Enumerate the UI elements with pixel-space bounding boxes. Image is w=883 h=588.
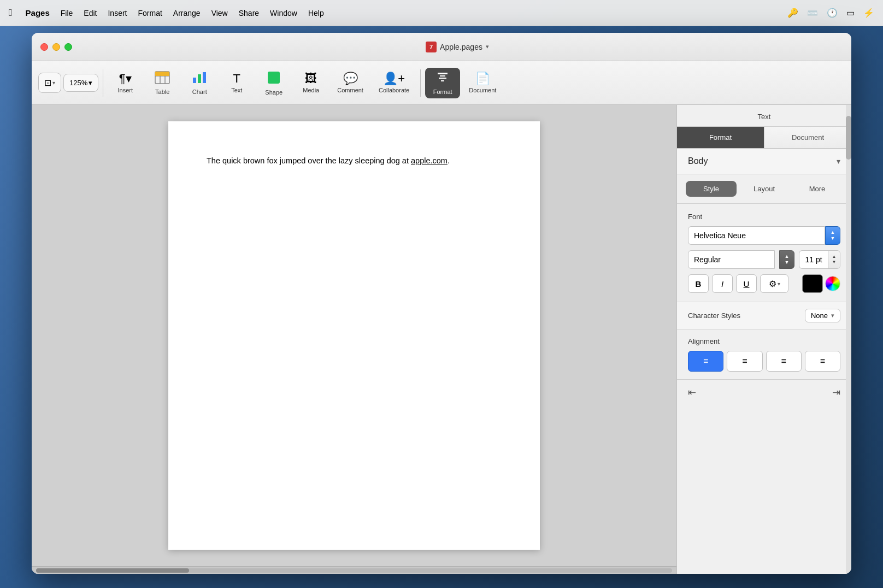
align-justify-button[interactable]: ≡ [805,351,840,372]
sub-tab-more[interactable]: More [792,181,843,197]
char-styles-label: Character Styles [688,311,740,320]
weight-stepper[interactable]: ▲ ▼ [779,250,794,269]
align-right-button[interactable]: ≡ [766,351,802,372]
chart-icon [192,71,207,86]
title-chevron-icon[interactable]: ▾ [486,43,489,50]
bluetooth-icon[interactable]: ⚡ [863,8,874,18]
document-body: The quick brown fox jumped over the lazy… [207,154,502,168]
menu-edit[interactable]: Edit [84,9,97,17]
menu-window[interactable]: Window [270,9,297,17]
password-icon[interactable]: 🔑 [787,8,798,18]
insert-icon: ¶▾ [119,73,132,85]
document-page[interactable]: The quick brown fox jumped over the lazy… [168,121,540,550]
align-center-button[interactable]: ≡ [727,351,762,372]
underline-button[interactable]: U [736,274,757,293]
size-stepper[interactable]: ▲ ▼ [828,250,840,269]
document-button[interactable]: 📄 Document [462,69,503,97]
apple-menu[interactable]:  [9,7,13,19]
color-swatch-row [802,274,840,293]
color-wheel-button[interactable] [825,276,840,291]
svg-rect-10 [268,72,280,84]
sub-tab-layout[interactable]: Layout [739,181,790,197]
menu-file[interactable]: File [61,9,73,17]
format-button[interactable]: Format [425,68,460,98]
italic-icon: I [721,279,723,289]
svg-rect-4 [155,72,160,76]
menu-share[interactable]: Share [239,9,259,17]
menu-format[interactable]: Format [138,9,162,17]
font-weight-value: Regular [694,255,721,264]
panel-scrollbar[interactable] [846,105,851,574]
view-chevron-icon: ▾ [52,80,55,86]
view-button[interactable]: ⊡ ▾ [38,73,61,93]
maximize-button[interactable] [64,43,72,51]
char-styles-chevron-icon: ▾ [831,312,834,319]
font-size-input[interactable]: 11 pt [799,250,828,269]
alignment-section: Alignment ≡ ≡ ≡ ≡ [677,330,851,379]
panel-content: Font Helvetica Neue ▲ ▼ [677,204,851,574]
app-name[interactable]: Pages [26,8,50,17]
close-button[interactable] [40,43,48,51]
zoom-button[interactable]: 125% ▾ [63,74,98,92]
menu-arrange[interactable]: Arrange [173,9,201,17]
svg-rect-9 [203,72,206,83]
toolbar: ⊡ ▾ 125% ▾ ¶▾ Insert [32,61,851,105]
indent-increase-icon[interactable]: ⇥ [832,386,840,398]
weight-stepper-up-icon: ▲ [785,254,790,259]
horizontal-scrollbar[interactable] [32,566,676,574]
font-name-input[interactable]: Helvetica Neue [688,226,825,245]
tab-format[interactable]: Format [677,127,764,148]
format-buttons-row: B I U ⚙ ▾ [688,274,840,293]
text-label: Text [231,87,242,93]
canvas-scroll[interactable]: The quick brown fox jumped over the lazy… [32,105,676,566]
style-chevron-icon: ▾ [837,157,840,166]
alignment-title: Alignment [688,337,840,345]
align-left-button[interactable]: ≡ [688,351,723,372]
comment-button[interactable]: 💬 Comment [331,69,370,97]
panel-header-tabs: Format Document [677,127,851,149]
font-weight-input[interactable]: Regular [688,250,775,269]
tab-document[interactable]: Document [764,127,851,148]
minimize-button[interactable] [52,43,60,51]
font-size-box: 11 pt ▲ ▼ [799,250,840,269]
align-right-icon: ≡ [781,356,786,366]
insert-button[interactable]: ¶▾ Insert [108,69,143,97]
app-icon-label: 7 [429,44,433,50]
panel-scrollbar-thumb[interactable] [846,116,851,160]
bold-button[interactable]: B [688,274,709,293]
zoom-value: 125% [69,79,87,87]
document-label: Document [469,87,496,93]
table-button[interactable]: Table [145,68,180,98]
font-block: Font Helvetica Neue ▲ ▼ [677,204,851,302]
doc-link[interactable]: apple.com [411,156,448,165]
style-selector[interactable]: Body ▾ [677,149,851,174]
view-icon: ⊡ [44,78,51,88]
char-styles-picker[interactable]: None ▾ [805,309,840,322]
menu-insert[interactable]: Insert [108,9,127,17]
font-section-title: Font [688,213,840,221]
timemachine-icon[interactable]: 🕐 [827,8,838,18]
menu-view[interactable]: View [211,9,228,17]
font-color-swatch[interactable] [802,274,823,293]
text-button[interactable]: T Text [219,69,254,97]
font-stepper[interactable]: ▲ ▼ [825,226,840,245]
keyboard-icon[interactable]: ⌨️ [807,8,818,18]
sub-tab-style[interactable]: Style [686,181,737,197]
indent-decrease-icon[interactable]: ⇤ [688,386,696,398]
text-icon: T [233,73,240,85]
comment-icon: 💬 [343,73,358,85]
shape-button[interactable]: Shape [256,67,291,99]
italic-button[interactable]: I [712,274,733,293]
indent-area: ⇤ ⇥ [677,379,851,405]
media-icon: 🖼 [305,73,317,85]
menu-help[interactable]: Help [308,9,324,17]
chart-button[interactable]: Chart [182,68,217,98]
shape-icon [267,70,281,87]
gear-button[interactable]: ⚙ ▾ [760,274,788,293]
airplay-icon[interactable]: ▭ [846,8,855,18]
scrollbar-thumb[interactable] [36,568,189,573]
collaborate-button[interactable]: 👤+ Collaborate [372,69,416,97]
bold-icon: B [696,279,702,289]
media-button[interactable]: 🖼 Media [293,69,328,97]
chart-label: Chart [192,89,207,95]
